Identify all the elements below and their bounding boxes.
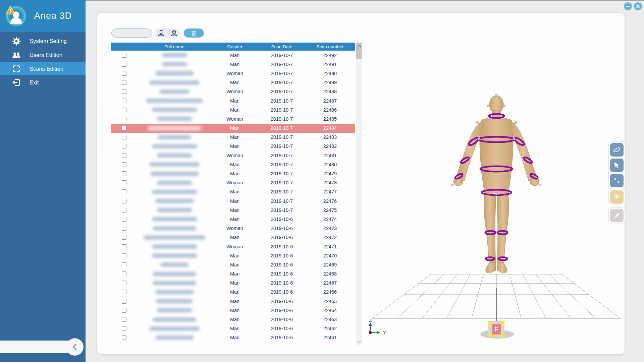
close-button[interactable] xyxy=(634,2,642,10)
table-row[interactable]: Man2019-10-722489 xyxy=(111,78,355,87)
scroll-down-button[interactable] xyxy=(356,339,362,345)
row-checkbox[interactable] xyxy=(122,326,126,331)
table-row[interactable]: Man2019-10-622468 xyxy=(111,269,355,279)
row-checkbox[interactable] xyxy=(122,189,126,194)
table-row[interactable]: Man2019-10-622474 xyxy=(111,215,355,224)
row-checkbox[interactable] xyxy=(122,299,126,304)
table-row[interactable]: Man2019-10-722487 xyxy=(111,96,355,105)
table-row[interactable]: Man2019-10-622466 xyxy=(111,288,355,297)
row-checkbox[interactable] xyxy=(122,144,126,148)
row-checkbox[interactable] xyxy=(122,153,126,158)
row-checkbox[interactable] xyxy=(122,89,126,94)
row-checkbox[interactable] xyxy=(122,71,126,76)
row-checkbox[interactable] xyxy=(122,108,126,112)
table-row[interactable]: Woman2019-10-722481 xyxy=(111,151,355,160)
table-row[interactable]: Woman2019-10-722485 xyxy=(111,114,355,123)
table-row[interactable]: Woman2019-10-622473 xyxy=(111,224,355,233)
scan-number-cell: 22471 xyxy=(305,244,355,249)
pencil-icon xyxy=(613,212,621,220)
table-row[interactable]: Man2019-10-722492 xyxy=(111,51,355,60)
edit-tool-button[interactable] xyxy=(610,209,624,222)
table-row[interactable]: Man2019-10-722475 xyxy=(111,205,355,215)
pointer-tool-button[interactable] xyxy=(610,159,624,172)
row-checkbox[interactable] xyxy=(122,162,126,167)
row-checkbox[interactable] xyxy=(122,53,126,58)
table-row[interactable]: Man2019-10-622467 xyxy=(111,279,355,288)
row-checkbox[interactable] xyxy=(122,290,126,294)
row-checkbox[interactable] xyxy=(122,117,126,121)
table-row[interactable]: Man2019-10-622470 xyxy=(111,251,355,260)
scan-date-cell: 2019-10-7 xyxy=(258,153,305,158)
row-checkbox[interactable] xyxy=(122,335,126,340)
woman-filter-button[interactable] xyxy=(167,28,180,38)
row-checkbox[interactable] xyxy=(122,262,126,267)
scan-3d-viewport[interactable]: F Z Y xyxy=(366,16,624,351)
row-checkbox[interactable] xyxy=(122,99,126,103)
sidebar-item-users-edition[interactable]: Users Edition xyxy=(0,48,86,62)
table-row[interactable]: Man2019-10-722480 xyxy=(111,160,355,169)
table-row[interactable]: Man2019-10-622462 xyxy=(111,324,355,333)
table-row[interactable]: Man2019-10-622469 xyxy=(111,260,355,269)
sidebar-item-system-setting[interactable]: System Setting xyxy=(0,34,86,48)
table-row[interactable]: Man2019-10-722482 xyxy=(111,142,355,151)
table-row[interactable]: Man2019-10-722491 xyxy=(111,60,355,69)
row-checkbox[interactable] xyxy=(122,244,126,249)
row-checkbox[interactable] xyxy=(122,226,126,231)
scan-date-cell: 2019-10-7 xyxy=(258,134,305,140)
points-tool-button[interactable] xyxy=(610,174,624,187)
gender-cell: Man xyxy=(211,308,258,313)
redacted-name xyxy=(155,336,194,340)
table-row[interactable]: Man2019-10-722477 xyxy=(111,187,355,196)
scan-number-cell: 22475 xyxy=(305,207,355,213)
light-tool-button[interactable] xyxy=(610,190,624,204)
scan-number-cell: 22472 xyxy=(305,235,355,240)
row-checkbox[interactable] xyxy=(122,135,126,139)
row-checkbox[interactable] xyxy=(122,199,126,203)
table-row[interactable]: Man2019-10-722476 xyxy=(111,196,355,205)
row-checkbox[interactable] xyxy=(122,308,126,313)
redacted-name xyxy=(155,290,194,294)
table-scrollbar[interactable] xyxy=(356,43,362,345)
row-checkbox[interactable] xyxy=(122,126,126,130)
row-checkbox[interactable] xyxy=(122,80,126,85)
table-row[interactable]: Woman2019-10-722478 xyxy=(111,178,355,187)
sidebar-item-exit[interactable]: Exit xyxy=(0,75,86,89)
scroll-thumb[interactable] xyxy=(356,49,362,59)
row-checkbox[interactable] xyxy=(122,171,126,176)
delete-button[interactable] xyxy=(184,28,204,38)
search-input[interactable] xyxy=(111,28,152,38)
row-checkbox[interactable] xyxy=(122,253,126,258)
redacted-name xyxy=(152,108,197,112)
row-checkbox[interactable] xyxy=(122,208,126,213)
row-checkbox[interactable] xyxy=(122,180,126,185)
table-row[interactable]: Woman2019-10-722490 xyxy=(111,69,355,78)
row-checkbox[interactable] xyxy=(122,281,126,285)
row-checkbox[interactable] xyxy=(122,62,126,67)
table-row[interactable]: Man2019-10-622464 xyxy=(111,306,355,315)
scans-table: Full name Gender Scan Date Scan number M… xyxy=(111,43,355,342)
gender-cell: Woman xyxy=(211,89,258,94)
table-row[interactable]: Man2019-10-622463 xyxy=(111,315,355,324)
table-row[interactable]: Man2019-10-622472 xyxy=(111,233,355,242)
row-checkbox[interactable] xyxy=(122,217,126,222)
row-checkbox[interactable] xyxy=(122,272,126,276)
row-checkbox[interactable] xyxy=(122,317,126,322)
table-row[interactable]: Woman2019-10-722488 xyxy=(111,87,355,96)
sidebar-item-scans-edition[interactable]: Scans Edition xyxy=(0,62,86,75)
table-row[interactable]: Man2019-10-722486 xyxy=(111,105,355,114)
sidebar: Anea 3D xyxy=(0,0,86,362)
table-row[interactable]: Man2019-10-722479 xyxy=(111,169,355,178)
minimize-button[interactable] xyxy=(624,2,632,10)
table-row[interactable]: Man2019-10-722484 xyxy=(111,124,355,133)
row-checkbox[interactable] xyxy=(122,235,126,240)
table-row[interactable]: Man2019-10-722483 xyxy=(111,133,355,142)
ring-tool-button[interactable] xyxy=(610,143,624,157)
table-row[interactable]: Man2019-10-622465 xyxy=(111,297,355,306)
man-filter-button[interactable] xyxy=(154,28,167,38)
gender-cell: Man xyxy=(211,143,258,149)
scan-number-cell: 22480 xyxy=(305,162,355,167)
scroll-up-button[interactable] xyxy=(356,43,362,49)
table-row[interactable]: Man2019-10-622461 xyxy=(111,333,355,342)
table-row[interactable]: Woman2019-10-622471 xyxy=(111,242,355,251)
collapse-sidebar-button[interactable] xyxy=(66,338,84,356)
